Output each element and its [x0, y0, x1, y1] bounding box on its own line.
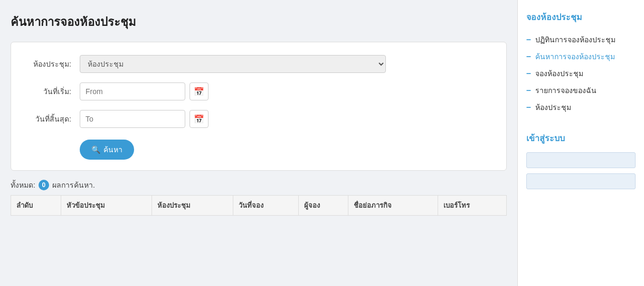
col-order: ลำดับ [11, 196, 61, 216]
dash-icon-3: – [526, 86, 531, 95]
search-icon: 🔍 [91, 145, 100, 154]
login-section: เข้าสู่ระบบ [526, 132, 636, 195]
start-date-input[interactable] [80, 82, 185, 100]
sidebar-item-mybookings-label: รายการจองของฉัน [535, 85, 596, 96]
login-username-input[interactable] [526, 152, 636, 168]
results-count-badge: 0 [39, 180, 49, 190]
start-date-calendar-button[interactable]: 📅 [190, 82, 209, 100]
calendar-icon: 📅 [194, 87, 204, 97]
results-table: ลำดับ หัวข้อประชุม ห้องประชุม วันที่จอง … [11, 195, 507, 216]
col-booker: ผู้จอง [299, 196, 348, 216]
room-label: ห้องประชุม: [22, 58, 80, 70]
search-button-label: ค้นหา [103, 144, 122, 155]
sidebar-item-book[interactable]: – จองห้องประชุม [526, 65, 636, 82]
dash-icon-1: – [526, 52, 531, 61]
col-date: วันที่จอง [233, 196, 298, 216]
login-password-input[interactable] [526, 173, 636, 189]
sidebar-item-rooms-label: ห้องประชุม [535, 102, 571, 113]
dash-icon-2: – [526, 69, 531, 78]
end-date-input[interactable] [80, 110, 185, 128]
sidebar-item-search-label: ค้นหาการจองห้องประชุม [535, 51, 615, 62]
sidebar-item-mybookings[interactable]: – รายการจองของฉัน [526, 82, 636, 99]
results-total-label: ทั้งหมด: [11, 179, 35, 191]
sidebar-item-search[interactable]: – ค้นหาการจองห้องประชุม [526, 48, 636, 65]
page-title: ค้นหาการจองห้องประชุม [11, 13, 507, 31]
sidebar-item-calendar-label: ปฏิทินการจองห้องประชุม [535, 34, 615, 45]
col-topic: หัวข้อประชุม [61, 196, 152, 216]
results-suffix: ผลการค้นหา. [52, 179, 95, 191]
room-row: ห้องประชุม: ห้องประชุม [22, 55, 496, 73]
col-room: ห้องประชุม [152, 196, 233, 216]
col-mission: ชื่อย่อภารกิจ [348, 196, 438, 216]
dash-icon-0: – [526, 35, 531, 44]
col-phone: เบอร์โทร [438, 196, 506, 216]
end-date-calendar-button[interactable]: 📅 [190, 110, 209, 128]
sidebar-item-calendar[interactable]: – ปฏิทินการจองห้องประชุม [526, 31, 636, 48]
booking-section: จองห้องประชุม – ปฏิทินการจองห้องประชุม –… [526, 11, 636, 116]
start-date-row: วันที่เริ่ม: 📅 [22, 82, 496, 100]
login-section-title: เข้าสู่ระบบ [526, 132, 636, 145]
calendar-icon-2: 📅 [194, 114, 204, 124]
room-select[interactable]: ห้องประชุม [80, 55, 386, 73]
search-button[interactable]: 🔍 ค้นหา [80, 140, 134, 160]
dash-icon-4: – [526, 103, 531, 112]
sidebar-item-rooms[interactable]: – ห้องประชุม [526, 99, 636, 116]
end-date-row: วันที่สิ้นสุด: 📅 [22, 110, 496, 128]
end-date-label: วันที่สิ้นสุด: [22, 113, 80, 125]
table-header-row: ลำดับ หัวข้อประชุม ห้องประชุม วันที่จอง … [11, 196, 507, 216]
sidebar-item-book-label: จองห้องประชุม [535, 68, 583, 79]
start-date-label: วันที่เริ่ม: [22, 86, 80, 97]
sidebar: จองห้องประชุม – ปฏิทินการจองห้องประชุม –… [517, 0, 644, 286]
results-bar: ทั้งหมด: 0 ผลการค้นหา. [11, 179, 507, 191]
search-card: ห้องประชุม: ห้องประชุม วันที่เริ่ม: 📅 วั… [11, 42, 507, 171]
booking-section-title: จองห้องประชุม [526, 11, 636, 24]
